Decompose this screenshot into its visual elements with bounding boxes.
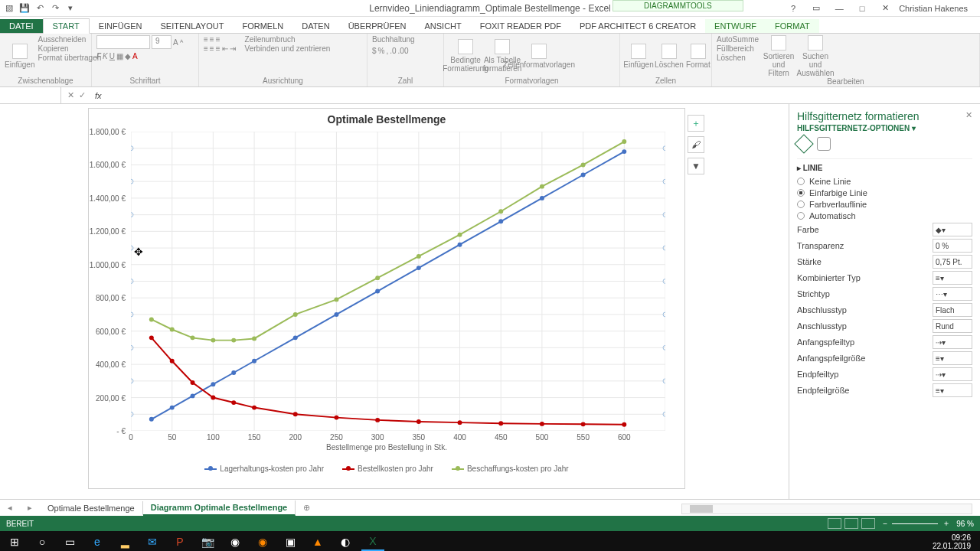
powerpoint-icon[interactable]: P [168,533,191,551]
view-layout-icon[interactable] [844,518,858,529]
zoom-in-icon[interactable]: ＋ [942,518,950,529]
end-arrow-select[interactable]: ⇢▾ [933,367,972,381]
view-normal-icon[interactable] [828,518,841,529]
tab-start[interactable]: START [43,18,90,34]
vlc-icon[interactable]: ▲ [306,533,329,551]
font-family-select[interactable] [96,35,150,49]
currency-icon[interactable]: $ [372,47,377,55]
radio-einfarbige-linie[interactable]: Einfarbige Linie [797,188,972,197]
align-bot-icon[interactable]: ≡ [216,35,220,44]
excel-task-icon[interactable]: X [361,533,384,551]
tab-foxit[interactable]: FOXIT READER PDF [471,19,570,33]
qat-more-icon[interactable]: ▾ [64,2,77,15]
firefox-icon[interactable]: ◉ [251,533,274,551]
legend-item[interactable]: Lagerhaltungs-kosten pro Jahr [204,465,324,473]
edge-icon[interactable]: e [86,533,109,551]
tab-review[interactable]: ÜBERPRÜFEN [339,19,416,33]
tab-data[interactable]: DATEN [292,19,338,33]
cond-format-button[interactable]: Bedingte Formatierung [449,35,482,77]
format-table-button[interactable]: Als Tabelle formatieren [485,35,519,77]
sort-filter-button[interactable]: Sortieren und Filtern [762,35,795,77]
sheet-tab-2[interactable]: Diagramm Optimale Bestellmenge [143,500,296,516]
radio-farbverlauflinie[interactable]: Farbverlauflinie [797,200,972,209]
font-size-select[interactable]: 9 [152,35,172,49]
begin-arrow-size[interactable]: ≡▾ [933,351,972,365]
shrink-font-icon[interactable]: ᴬ [180,38,183,47]
tab-design[interactable]: ENTWURF [705,19,766,33]
tab-formulas[interactable]: FORMELN [233,19,292,33]
fill-line-tab-icon[interactable] [794,134,813,153]
outlook-icon[interactable]: ✉ [141,533,164,551]
obs-icon[interactable]: ◐ [334,533,357,551]
accept-formula-icon[interactable]: ✓ [79,90,86,100]
view-break-icon[interactable] [861,518,875,529]
join-select[interactable]: Rund [933,319,972,333]
end-arrow-size[interactable]: ≡▾ [933,383,972,397]
paste-button[interactable]: Einfügen [5,35,34,77]
number-format-select[interactable]: Buchhaltung [372,35,439,44]
autosum-button[interactable]: AutoSumme [717,35,759,44]
cancel-formula-icon[interactable]: ✕ [67,90,74,100]
help-icon[interactable]: ? [784,4,802,13]
grow-font-icon[interactable]: A [173,38,178,47]
delete-cells-button[interactable]: Löschen [655,35,683,77]
clock-date[interactable]: 22.01.2019 [933,542,971,550]
explorer-icon[interactable]: ▂ [113,533,136,551]
tab-insert[interactable]: EINFÜGEN [90,19,152,33]
clock-time[interactable]: 09:26 [933,533,971,542]
pane-subtitle[interactable]: HILFSGITTERNETZ-OPTIONEN ▾ [797,124,972,132]
insert-cells-button[interactable]: Einfügen [625,35,652,77]
name-box[interactable] [0,87,61,103]
fill-color-button[interactable]: ◆ [125,52,131,60]
app-icon[interactable]: ▣ [279,533,302,551]
camera-icon[interactable]: 📷 [196,533,219,551]
align-mid-icon[interactable]: ≡ [210,35,214,44]
tab-pagelayout[interactable]: SEITENLAYOUT [151,19,233,33]
percent-icon[interactable]: % [378,47,385,55]
legend-item[interactable]: Beschaffungs-kosten pro Jahr [452,465,569,473]
zoom-level[interactable]: 96 % [956,520,974,528]
indent-inc-icon[interactable]: ⇥ [230,44,236,53]
radio-automatisch[interactable]: Automatisch [797,211,972,220]
indent-dec-icon[interactable]: ⇤ [222,44,228,53]
tab-file[interactable]: DATEI [0,19,43,33]
transparency-input[interactable]: 0 % [933,239,972,253]
tab-view[interactable]: ANSICHT [415,19,470,33]
underline-button[interactable]: U [109,52,115,60]
tab-pdfarchitect[interactable]: PDF Architect 6 Creator [570,19,705,33]
cortana-icon[interactable]: ○ [31,533,54,551]
align-left-icon[interactable]: ≡ [204,44,208,53]
clear-button[interactable]: Löschen [717,54,759,62]
chart-filter-button[interactable]: ▼ [688,158,704,174]
chart-title[interactable]: Optimale Bestellmenge [89,109,684,130]
inc-dec-icon[interactable]: .0 [390,47,396,55]
bold-button[interactable]: F [96,52,101,60]
start-button[interactable]: ⊞ [3,533,26,551]
pane-close-icon[interactable]: ✕ [965,110,972,120]
wrap-text-button[interactable]: Zeilenumbruch [245,35,331,44]
chart-object[interactable]: Optimale Bestellmenge ＋ 🖌 ▼ - €200,00 €4… [88,108,685,489]
cap-select[interactable]: Flach [933,303,972,317]
minimize-icon[interactable]: ― [830,4,848,13]
fx-icon[interactable]: fx [92,91,105,100]
redo-icon[interactable]: ↷ [49,2,61,15]
horizontal-scrollbar[interactable] [681,504,972,514]
begin-arrow-select[interactable]: ⇢▾ [933,335,972,349]
format-cells-button[interactable]: Format [686,35,710,77]
chrome-icon[interactable]: ◉ [224,533,247,551]
maximize-icon[interactable]: □ [853,4,871,13]
cell-styles-button[interactable]: Zellenformatvorlagen [522,35,556,77]
zoom-out-icon[interactable]: − [883,520,887,528]
worksheet-area[interactable]: Optimale Bestellmenge ＋ 🖌 ▼ - €200,00 €4… [0,104,789,499]
chart-styles-button[interactable]: 🖌 [688,136,704,153]
fill-button[interactable]: Füllbereich [717,44,759,53]
sheet-nav-prev[interactable]: ◂ [0,503,20,513]
sheet-nav-next[interactable]: ▸ [20,503,40,513]
tab-format[interactable]: FORMAT [766,19,819,33]
border-button[interactable]: ▦ [116,52,123,60]
dec-dec-icon[interactable]: .00 [398,47,409,55]
zoom-slider[interactable] [892,523,938,524]
ribbon-collapse-icon[interactable]: ▭ [807,3,825,13]
effects-tab-icon[interactable] [817,137,831,151]
taskview-icon[interactable]: ▭ [58,533,81,551]
